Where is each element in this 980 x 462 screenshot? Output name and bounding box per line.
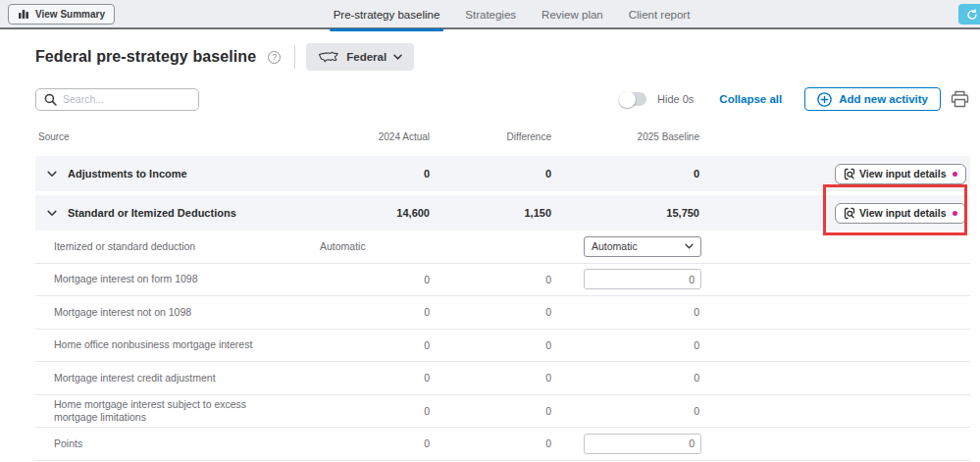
- search-icon: [44, 93, 57, 106]
- view-input-details-label: View input details: [859, 207, 947, 219]
- section-difference-value: 1,150: [432, 207, 553, 219]
- toolbar: Hide 0s Collapse all Add new activity: [35, 87, 980, 111]
- row-actual-value: 0: [314, 274, 432, 285]
- table-row-mortgage-interest-on-form-1098: Mortgage interest on form 1098 0 0: [35, 264, 970, 297]
- page-header: Federal pre-strategy baseline ? Federal: [35, 42, 980, 72]
- column-header-difference: Difference: [432, 131, 553, 142]
- chevron-down-icon: [685, 243, 694, 249]
- add-new-activity-label: Add new activity: [839, 93, 928, 105]
- help-icon[interactable]: ?: [268, 51, 281, 64]
- section-baseline-value: 15,750: [553, 207, 701, 219]
- add-new-activity-button[interactable]: Add new activity: [804, 87, 941, 111]
- collapse-all-link[interactable]: Collapse all: [719, 93, 782, 105]
- row-label: Itemized or standard deduction: [35, 240, 314, 253]
- row-difference-value: 0: [432, 339, 553, 351]
- document-magnifier-icon: [844, 168, 855, 180]
- baseline-input[interactable]: [584, 434, 701, 454]
- row-actual-value: 0: [314, 405, 432, 417]
- assistant-button[interactable]: [958, 4, 980, 25]
- row-actual-value: Automatic: [314, 240, 432, 252]
- plus-circle-icon: [817, 92, 832, 107]
- row-actual-value: 0: [314, 437, 432, 449]
- row-baseline-value: 0: [553, 306, 701, 318]
- section-difference-value: 0: [432, 168, 553, 180]
- notification-dot: [953, 211, 957, 216]
- table-row-mortgage-interest-credit-adjustment: Mortgage interest credit adjustment 0 0 …: [35, 362, 970, 395]
- view-input-details-button[interactable]: View input details: [835, 203, 966, 224]
- tab-client-report[interactable]: Client report: [629, 0, 691, 29]
- table-row-points: Points 0 0: [35, 428, 970, 461]
- row-baseline-value: 0: [553, 339, 701, 351]
- toggle-knob: [619, 91, 636, 108]
- section-baseline-value: 0: [553, 168, 701, 180]
- collapse-chevron-icon[interactable]: [45, 208, 59, 219]
- row-difference-value: 0: [432, 405, 553, 417]
- column-header-source: Source: [35, 131, 314, 142]
- row-label: Mortgage interest not on 1098: [35, 306, 314, 319]
- row-difference-value: 0: [432, 437, 553, 449]
- column-header-2025-baseline: 2025 Baseline: [553, 131, 701, 142]
- jurisdiction-label: Federal: [346, 51, 387, 63]
- row-baseline-value: 0: [553, 405, 701, 417]
- table-row-home-office-nonbusiness-mortgage-interest: Home office nonbusiness mortgage interes…: [35, 330, 970, 363]
- view-summary-label: View Summary: [35, 9, 105, 20]
- row-baseline-value: 0: [553, 372, 701, 384]
- row-label: Home office nonbusiness mortgage interes…: [35, 338, 314, 351]
- tab-strategies[interactable]: Strategies: [465, 0, 516, 29]
- hide-zeros-label: Hide 0s: [657, 93, 694, 105]
- row-difference-value: 0: [432, 372, 553, 384]
- table-row-mortgage-interest-not-on-1098: Mortgage interest not on 1098 0 0 0: [35, 296, 970, 330]
- row-difference-value: 0: [432, 306, 553, 318]
- jurisdiction-dropdown[interactable]: Federal: [306, 43, 414, 71]
- baseline-select[interactable]: Automatic: [584, 236, 701, 257]
- baseline-input[interactable]: [584, 269, 701, 289]
- document-magnifier-icon: [844, 207, 855, 220]
- section-label: Standard or Itemized Deductions: [68, 207, 236, 219]
- view-input-details-label: View input details: [859, 168, 947, 180]
- section-label: Adjustments to Income: [68, 168, 187, 180]
- collapse-chevron-icon[interactable]: [45, 169, 59, 180]
- baseline-select-value: Automatic: [592, 240, 638, 252]
- top-bar: View Summary Pre-strategy baseline Strat…: [0, 0, 980, 29]
- divider: [294, 45, 295, 69]
- tab-bar: Pre-strategy baseline Strategies Review …: [334, 0, 691, 29]
- column-header-2024-actual: 2024 Actual: [314, 131, 432, 142]
- page-content: Federal pre-strategy baseline ? Federal: [0, 42, 980, 461]
- row-actual-value: 0: [314, 372, 432, 384]
- refresh-icon: [966, 9, 978, 21]
- page-title: Federal pre-strategy baseline: [35, 48, 256, 66]
- table-row-itemized-or-standard-deduction: Itemized or standard deduction Automatic…: [35, 231, 970, 264]
- view-summary-button[interactable]: View Summary: [8, 4, 115, 25]
- section-actual-value: 0: [314, 168, 432, 180]
- printer-icon: [950, 89, 970, 109]
- row-label: Points: [35, 437, 314, 450]
- bar-chart-icon: [18, 9, 29, 20]
- table-row-home-mortgage-interest-excess-limitations: Home mortgage interest subject to excess…: [35, 395, 970, 429]
- row-difference-value: 0: [432, 274, 553, 285]
- row-actual-value: 0: [314, 306, 432, 318]
- print-button[interactable]: [950, 89, 970, 109]
- tab-pre-strategy-baseline[interactable]: Pre-strategy baseline: [334, 0, 440, 29]
- toolbar-actions: Hide 0s Collapse all Add new activity: [620, 87, 970, 111]
- section-row-adjustments-to-income: Adjustments to Income 0 0 0 View input d…: [35, 156, 970, 191]
- section-row-standard-or-itemized-deductions: Standard or Itemized Deductions 14,600 1…: [35, 195, 970, 231]
- view-input-details-button[interactable]: View input details: [835, 164, 966, 184]
- app-window: View Summary Pre-strategy baseline Strat…: [0, 0, 980, 462]
- row-label: Mortgage interest credit adjustment: [35, 372, 314, 385]
- usa-map-icon: [318, 50, 339, 64]
- hide-zeros-toggle[interactable]: [620, 92, 646, 106]
- table-header-row: Source 2024 Actual Difference 2025 Basel…: [35, 128, 970, 145]
- notification-dot: [953, 172, 957, 177]
- section-actual-value: 14,600: [314, 207, 432, 219]
- row-label: Home mortgage interest subject to excess…: [35, 398, 300, 424]
- chevron-down-icon: [393, 54, 402, 60]
- tab-review-plan[interactable]: Review plan: [542, 0, 603, 29]
- search-input[interactable]: [63, 93, 190, 105]
- row-actual-value: 0: [314, 339, 432, 351]
- row-label: Mortgage interest on form 1098: [35, 273, 314, 285]
- search-box[interactable]: [35, 88, 199, 111]
